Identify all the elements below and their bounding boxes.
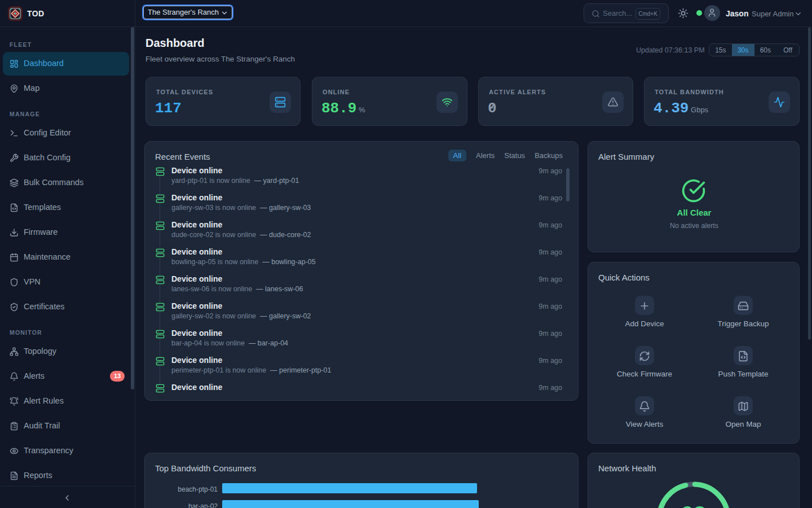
svg-text:98: 98	[681, 503, 705, 508]
